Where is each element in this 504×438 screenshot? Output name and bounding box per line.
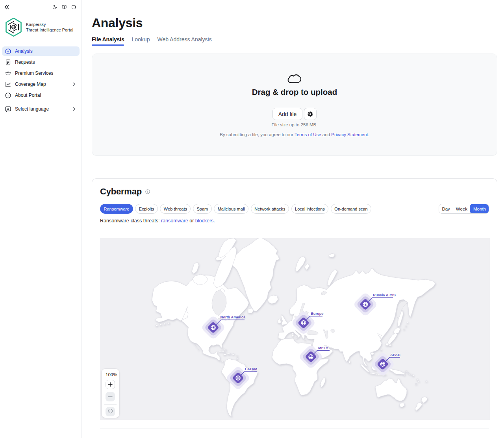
svg-text:LATAM: LATAM: [245, 367, 257, 371]
svg-text:North America: North America: [220, 315, 246, 319]
svg-text:META: META: [318, 346, 328, 350]
svg-text:Russia & CIS: Russia & CIS: [373, 293, 396, 297]
svg-text:APAC: APAC: [390, 353, 400, 357]
svg-text:Europe: Europe: [311, 312, 324, 316]
